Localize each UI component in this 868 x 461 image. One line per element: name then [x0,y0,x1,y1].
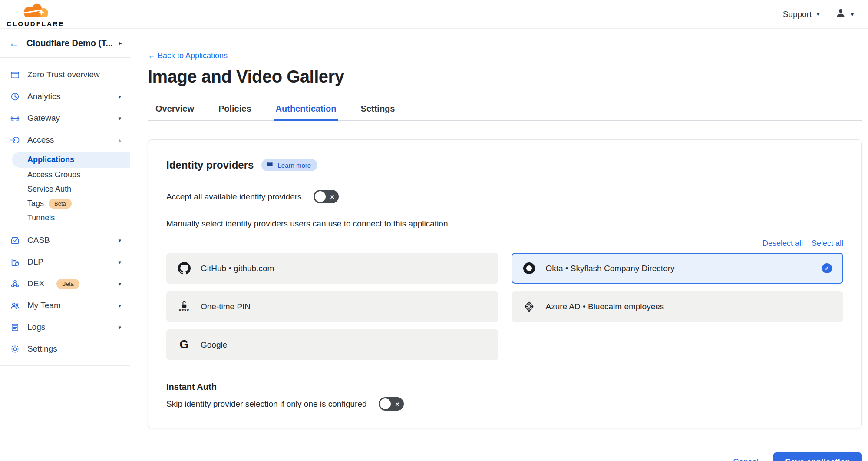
back-arrow-icon[interactable]: ← [9,38,20,49]
toggle-knob [380,398,391,409]
window-icon [10,70,20,80]
azure-ad-icon [523,301,536,312]
sidebar-item-zero-trust-overview[interactable]: Zero Trust overview [0,64,130,86]
sidebar-item-my-team[interactable]: My Team ▾ [0,295,130,316]
sidebar-item-label: DEX [27,279,44,289]
caret-down-icon: ▾ [118,324,121,331]
sidebar-item-label: Zero Trust overview [27,70,100,80]
okta-icon [523,262,536,274]
provider-card-github[interactable]: GitHub • github.com [166,253,498,284]
sidebar-item-tags[interactable]: Tags Beta [0,196,130,211]
book-icon [266,161,274,169]
caret-down-icon: ▾ [118,237,121,244]
cloudflare-wordmark: CLOUDFLARE [7,20,64,27]
account-name: Cloudflare Demo (T... [26,38,112,48]
sidebar-item-casb[interactable]: CASB ▾ [0,229,130,251]
footer-actions: Cancel Save application [148,452,862,461]
tab-settings[interactable]: Settings [360,100,396,120]
casb-box-check-icon [10,235,20,245]
main-content: ← Back to Applications Image and Video G… [130,29,868,461]
caret-down-icon: ▼ [815,11,821,17]
sidebar-item-label: Tags [27,199,44,208]
cancel-button[interactable]: Cancel [733,457,759,461]
document-lines-icon [10,322,20,332]
user-icon [835,8,846,20]
sidebar-item-label: Applications [27,155,74,164]
selected-check-icon: ✓ [822,263,832,273]
sidebar-item-service-auth[interactable]: Service Auth [0,182,130,196]
provider-label: GitHub • github.com [201,264,274,273]
back-arrow-icon: ← [148,51,155,60]
access-login-icon [10,135,20,145]
toggle-knob [315,191,326,202]
instant-auth-heading: Instant Auth [166,382,843,392]
provider-label: Azure AD • Bluecalm employees [546,302,664,312]
skip-selection-toggle[interactable]: ✕ [379,397,404,411]
tab-authentication[interactable]: Authentication [274,100,338,121]
caret-down-icon: ▼ [850,11,855,17]
sidebar-item-label: Service Auth [27,185,71,194]
accept-all-label: Accept all available identity providers [166,192,302,202]
accept-all-toggle[interactable]: ✕ [314,190,339,203]
manual-select-label: Manually select identity providers users… [166,219,843,229]
sidebar-item-label: My Team [27,301,61,310]
sidebar-divider [0,365,130,366]
caret-down-icon: ▾ [118,302,121,309]
sidebar-item-tunnels[interactable]: Tunnels [0,211,130,225]
provider-card-azure-ad[interactable]: Azure AD • Bluecalm employees [512,291,844,322]
deselect-all-link[interactable]: Deselect all [762,239,803,248]
gear-icon [10,344,20,354]
tab-policies[interactable]: Policies [217,100,253,120]
sidebar-item-access[interactable]: Access ▴ [0,129,130,151]
sidebar-item-analytics[interactable]: Analytics ▾ [0,86,130,107]
sidebar-item-label: DLP [27,257,43,267]
sidebar-item-dlp[interactable]: DLP ▾ [0,251,130,273]
sidebar-item-logs[interactable]: Logs ▾ [0,316,130,338]
provider-label: Okta • Skyflash Company Directory [546,264,675,273]
sidebar-item-dex[interactable]: DEX Beta ▾ [0,273,130,295]
tab-overview[interactable]: Overview [154,100,195,120]
tab-bar: Overview Policies Authentication Setting… [148,100,862,121]
sidebar-item-label: CASB [27,235,50,245]
cloudflare-logo[interactable]: CLOUDFLARE [6,1,65,27]
sidebar-item-label: Settings [27,344,57,354]
topbar: CLOUDFLARE Support ▼ ▼ [0,0,868,29]
sidebar-item-settings[interactable]: Settings [0,338,130,360]
account-switcher[interactable]: ← Cloudflare Demo (T... ▸ [0,29,130,58]
support-label: Support [783,10,812,19]
sidebar-nav: Zero Trust overview Analytics ▾ Gateway … [0,58,130,366]
chevron-right-icon[interactable]: ▸ [119,39,122,47]
provider-card-one-time-pin[interactable]: **** One-time PIN [166,291,498,322]
people-icon [10,300,20,311]
learn-more-badge[interactable]: Learn more [261,159,317,171]
network-cluster-icon [10,279,20,289]
one-time-pin-lock-icon: **** [178,300,191,312]
caret-down-icon: ▾ [118,93,121,100]
back-to-applications-link[interactable]: ← Back to Applications [148,51,228,60]
sidebar-item-label: Access [27,135,54,145]
provider-card-okta[interactable]: Okta • Skyflash Company Directory ✓ [512,253,844,284]
caret-down-icon: ▾ [118,281,121,287]
sidebar-item-label: Gateway [27,113,60,123]
sidebar-item-label: Logs [27,322,45,332]
skip-selection-label: Skip identity provider selection if only… [166,399,367,409]
toggle-off-x-icon: ✕ [330,193,335,200]
sidebar-item-label: Analytics [27,92,60,101]
caret-up-icon: ▴ [118,137,121,143]
github-icon [178,262,191,275]
sidebar-item-label: Access Groups [27,170,80,179]
support-menu[interactable]: Support ▼ [783,10,821,19]
sidebar-item-label: Tunnels [27,213,55,222]
caret-down-icon: ▾ [118,259,121,265]
sidebar-item-access-groups[interactable]: Access Groups [0,168,130,182]
provider-label: One-time PIN [201,302,251,312]
cloudflare-cloud-icon [20,1,51,20]
user-menu[interactable]: ▼ [835,8,855,20]
provider-card-google[interactable]: G Google [166,329,498,360]
sidebar-item-gateway[interactable]: Gateway ▾ [0,107,130,129]
save-application-button[interactable]: Save application [773,452,862,461]
pin-mask-asterisks: **** [179,309,189,312]
sidebar-item-applications[interactable]: Applications [12,152,130,168]
document-lock-icon [10,257,20,267]
select-all-link[interactable]: Select all [812,239,843,248]
